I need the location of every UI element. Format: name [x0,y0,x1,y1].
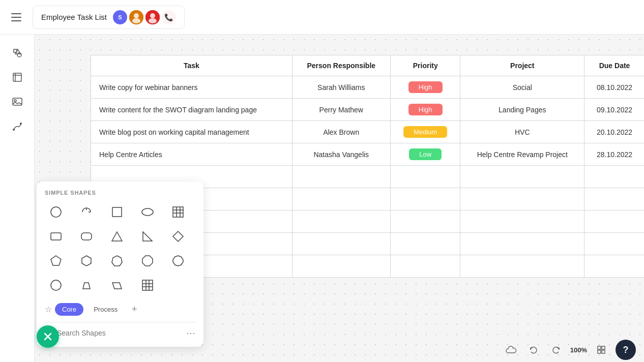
menu-button[interactable] [8,9,24,25]
svg-point-2 [132,18,140,23]
shape-grid[interactable] [136,274,159,296]
table-row: Write copy for webinar banners Sarah Wil… [91,76,645,99]
project-cell [460,188,584,210]
due-cell [584,255,644,278]
avatar-s: S [113,10,127,24]
image-tool-button[interactable] [7,92,27,112]
due-cell: 20.10.2022 [584,121,644,143]
shapes-tool-button[interactable] [7,43,27,63]
due-cell [584,188,644,210]
svg-marker-27 [51,256,61,265]
svg-rect-7 [13,73,21,81]
grid-view-button[interactable] [593,342,609,358]
avatar-a [129,10,143,24]
shape-parallelogram[interactable] [106,274,128,296]
person-cell: Alex Brown [292,121,390,143]
priority-cell [390,188,460,210]
priority-cell: High [390,99,460,121]
priority-badge: High [408,81,443,93]
shape-diamond[interactable] [167,225,189,248]
shapes-grid [45,201,195,296]
col-project: Project [460,55,584,76]
due-cell: 08.10.2022 [584,76,644,99]
due-cell [584,166,644,188]
svg-point-1 [134,13,139,18]
shape-octagon[interactable] [136,250,159,272]
person-cell: Perry Mathew [292,99,390,121]
project-cell: Landing Pages [460,99,584,121]
svg-marker-26 [173,231,183,242]
svg-point-12 [13,129,15,131]
due-cell: 09.10.2022 [584,99,644,121]
fab-close-button[interactable] [37,325,59,348]
redo-button[interactable] [548,342,564,358]
call-icon[interactable]: 📞 [162,10,176,24]
svg-marker-28 [82,256,91,266]
person-cell [292,166,390,188]
shape-table[interactable] [167,201,189,223]
shape-circle2[interactable] [45,274,67,296]
col-task: Task [91,55,292,76]
tab-process[interactable]: Process [86,303,125,316]
task-cell: Write blog post on working capital manag… [91,121,292,143]
help-button[interactable]: ? [616,340,636,360]
avatars-group: S 📞 [113,10,176,24]
priority-badge: Medium [403,126,447,138]
priority-badge: Low [409,148,442,160]
shape-rounded-rect2[interactable] [75,225,98,248]
person-cell: Sarah Williams [292,76,390,99]
due-cell [584,233,644,255]
shape-trapezoid[interactable] [75,274,98,296]
shape-right-triangle[interactable] [136,225,159,248]
shape-ellipse[interactable] [136,201,159,223]
shape-empty [167,274,189,296]
svg-rect-22 [51,233,61,240]
task-cell: Write content for the SWOT diagram landi… [91,99,292,121]
undo-button[interactable] [525,342,542,358]
svg-marker-30 [142,256,153,266]
svg-point-13 [20,123,22,125]
frame-tool-button[interactable] [7,67,27,87]
priority-cell: High [390,76,460,99]
project-cell [460,210,584,233]
svg-rect-23 [81,233,92,240]
topbar: Employee Task List S 📞 [0,0,644,35]
shape-decagon[interactable] [167,250,189,272]
draw-tool-button[interactable] [7,116,27,136]
shapes-section-title: SIMPLE SHAPES [45,190,195,196]
favorites-icon[interactable]: ☆ [45,305,52,314]
shape-arc[interactable] [75,201,98,223]
cloud-icon[interactable] [503,342,519,358]
zoom-label: 100% [570,346,587,354]
person-cell [292,233,390,255]
tab-core[interactable]: Core [55,303,83,316]
priority-cell [390,255,460,278]
shape-heptagon[interactable] [106,250,128,272]
priority-cell: Low [390,143,460,166]
search-input[interactable] [57,329,182,337]
shape-square[interactable] [106,201,128,223]
shape-circle[interactable] [45,201,67,223]
svg-point-5 [149,18,157,23]
svg-rect-15 [112,207,122,217]
search-row: ⋯ [45,322,195,339]
svg-marker-25 [143,232,152,241]
svg-rect-47 [602,350,605,353]
priority-cell [390,210,460,233]
shape-hexagon[interactable] [75,250,98,272]
shape-rounded-rect[interactable] [45,225,67,248]
svg-marker-33 [83,283,90,289]
person-cell [292,188,390,210]
svg-rect-46 [598,350,601,353]
canvas[interactable]: Task Person Responsible Priority Project… [35,35,644,362]
more-options-button[interactable]: ⋯ [186,327,195,339]
shape-pentagon[interactable] [45,250,67,272]
table-row: Help Centre Articles Natasha Vangelis Lo… [91,143,645,166]
document-title: Employee Task List [41,13,107,21]
add-tab-button[interactable]: + [128,303,141,316]
svg-point-11 [14,100,16,102]
table-row: Write content for the SWOT diagram landi… [91,99,645,121]
shape-triangle[interactable] [106,225,128,248]
title-pill: Employee Task List S 📞 [33,6,185,29]
tabs-row: ☆ Core Process + [45,303,195,316]
